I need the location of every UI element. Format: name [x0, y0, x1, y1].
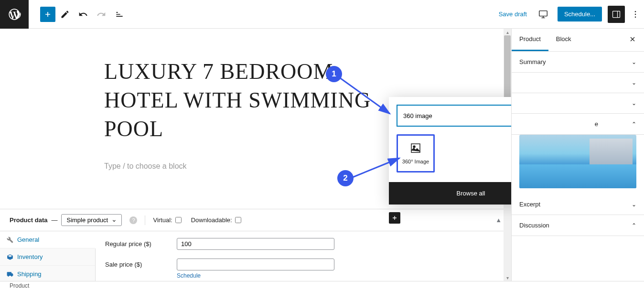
preview-button[interactable] — [535, 6, 552, 23]
svg-point-4 — [635, 16, 636, 18]
chevron-down-icon: ⌄ — [632, 79, 636, 86]
sale-price-input[interactable] — [177, 259, 334, 270]
wp-logo[interactable] — [0, 0, 29, 29]
svg-rect-0 — [539, 11, 547, 16]
editor-column: LUXURY 7 BEDROOM HOTEL WITH SWIMMING POO… — [0, 29, 511, 281]
schedule-sale-link[interactable]: Schedule — [177, 272, 502, 279]
regular-price-input[interactable] — [177, 238, 334, 250]
tab-general[interactable]: General — [0, 231, 96, 248]
product-type-select[interactable]: Simple product — [61, 214, 122, 226]
svg-line-7 — [339, 77, 390, 114]
schedule-button[interactable]: Schedule... — [558, 7, 602, 22]
truck-icon — [7, 271, 13, 278]
panel-summary[interactable]: Summary ⌄ — [512, 52, 644, 73]
divider — [145, 216, 145, 225]
chevron-up-icon: ⌃ — [632, 121, 636, 128]
insert-block-handle[interactable] — [389, 212, 400, 224]
scroll-up-icon[interactable]: ▴ — [505, 30, 510, 34]
save-draft-button[interactable]: Save draft — [499, 11, 527, 18]
featured-image-thumbnail — [519, 135, 636, 188]
step-arrow-1 — [338, 76, 396, 119]
chevron-down-icon: ⌄ — [632, 59, 636, 65]
add-block-button[interactable] — [40, 7, 55, 22]
more-options-button[interactable] — [627, 6, 644, 23]
sidebar-tab-block[interactable]: Block — [548, 29, 579, 51]
browse-all-button[interactable]: Browse all — [389, 182, 511, 205]
panel-excerpt[interactable]: Excerpt ⌄ — [512, 194, 644, 215]
panel-hidden-2[interactable]: ⌄ — [512, 93, 644, 114]
wordpress-icon — [8, 8, 21, 21]
svg-point-6 — [413, 146, 415, 148]
tab-inventory[interactable]: Inventory — [0, 248, 95, 266]
redo-button[interactable] — [93, 6, 110, 23]
chevron-down-icon: ⌄ — [632, 201, 636, 208]
panel-image[interactable]: e ⌃ — [512, 114, 644, 135]
undo-icon — [78, 10, 88, 19]
help-icon[interactable]: ? — [129, 216, 137, 224]
step-arrow-2 — [352, 155, 404, 179]
svg-point-3 — [635, 13, 636, 15]
block-search-input[interactable] — [397, 105, 511, 127]
desktop-icon — [538, 9, 548, 20]
block-inserter-popup: 360° Image Browse all — [389, 97, 511, 205]
collapse-metabox-button[interactable]: ▲ — [495, 216, 502, 224]
svg-point-2 — [635, 11, 636, 12]
top-toolbar: Save draft Schedule... — [0, 0, 644, 29]
product-data-label: Product data — [10, 216, 47, 224]
downloadable-checkbox-label: Downloadable: — [191, 216, 241, 224]
panel-hidden-1[interactable]: ⌄ — [512, 73, 644, 93]
plus-icon — [43, 10, 53, 19]
redo-icon — [97, 10, 106, 19]
sale-price-label: Sale price ($) — [105, 261, 177, 268]
edit-tool-button[interactable] — [56, 6, 74, 23]
pencil-icon — [60, 10, 70, 19]
settings-sidebar-toggle[interactable] — [608, 6, 625, 23]
featured-image[interactable] — [512, 135, 644, 194]
scroll-down-icon[interactable]: ▾ — [505, 275, 510, 280]
downloadable-checkbox[interactable] — [235, 217, 241, 223]
dash: — — [51, 216, 57, 224]
tab-shipping[interactable]: Shipping — [0, 266, 95, 281]
close-sidebar-button[interactable] — [621, 29, 644, 51]
panel-discussion[interactable]: Discussion ⌃ — [512, 215, 644, 236]
svg-rect-1 — [613, 11, 620, 17]
product-tabs: General Inventory Shipping — [0, 231, 96, 281]
plus-icon — [391, 214, 398, 222]
virtual-checkbox[interactable] — [175, 217, 182, 223]
virtual-checkbox-label: Virtual: — [153, 216, 181, 224]
document-overview-button[interactable] — [111, 6, 128, 23]
footer-breadcrumb: Product — [0, 281, 644, 291]
settings-sidebar: Product Block Summary ⌄ ⌄ ⌄ e ⌃ — [511, 29, 644, 281]
chevron-down-icon: ⌄ — [632, 100, 636, 107]
step-badge-2: 2 — [337, 170, 354, 186]
sidebar-panel-icon — [612, 10, 621, 19]
image-icon — [410, 142, 421, 154]
undo-button[interactable] — [75, 6, 92, 23]
wrench-icon — [7, 237, 13, 243]
product-data-metabox: Product data — Simple product ? Virtual: — [0, 209, 511, 281]
step-badge-1: 1 — [326, 66, 342, 82]
block-result-label: 360° Image — [402, 159, 429, 164]
inventory-icon — [7, 254, 13, 260]
more-vertical-icon — [631, 10, 640, 19]
chevron-up-icon: ⌃ — [632, 222, 636, 229]
list-outline-icon — [115, 10, 124, 19]
sidebar-tab-product[interactable]: Product — [512, 29, 548, 51]
close-icon — [629, 35, 636, 43]
svg-line-8 — [353, 158, 399, 177]
regular-price-label: Regular price ($) — [105, 240, 177, 248]
